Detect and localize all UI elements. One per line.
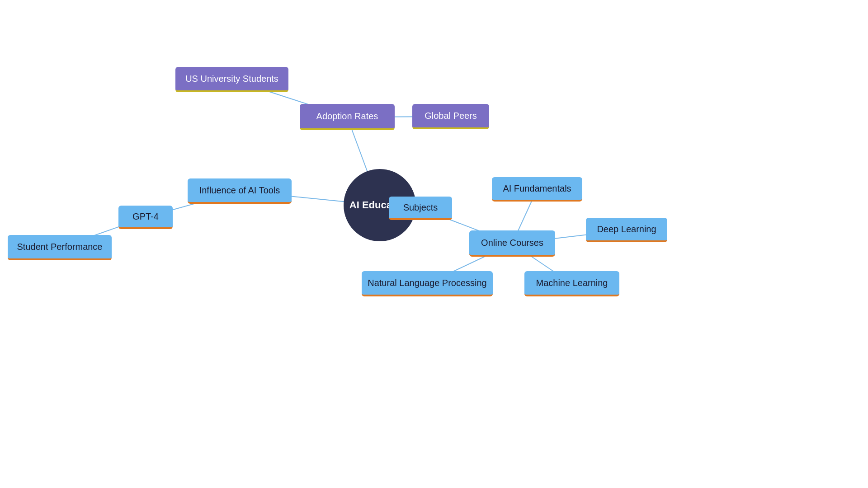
node-machine-learning[interactable]: Machine Learning bbox=[524, 271, 619, 296]
node-subjects[interactable]: Subjects bbox=[389, 197, 452, 220]
node-ai-fundamentals[interactable]: AI Fundamentals bbox=[492, 177, 582, 202]
node-online-courses[interactable]: Online Courses bbox=[469, 230, 555, 257]
node-deep-learning[interactable]: Deep Learning bbox=[586, 218, 667, 242]
node-nlp[interactable]: Natural Language Processing bbox=[362, 271, 493, 296]
node-adoption-rates[interactable]: Adoption Rates bbox=[300, 104, 395, 130]
node-us-university[interactable]: US University Students bbox=[175, 67, 288, 92]
node-global-peers[interactable]: Global Peers bbox=[412, 104, 489, 129]
mind-map: AI EducationAdoption RatesUS University … bbox=[0, 0, 868, 488]
node-influence-ai-tools[interactable]: Influence of AI Tools bbox=[188, 178, 292, 204]
connection-lines bbox=[0, 0, 868, 488]
node-student-performance[interactable]: Student Performance bbox=[8, 235, 112, 260]
node-gpt4[interactable]: GPT-4 bbox=[118, 206, 173, 229]
